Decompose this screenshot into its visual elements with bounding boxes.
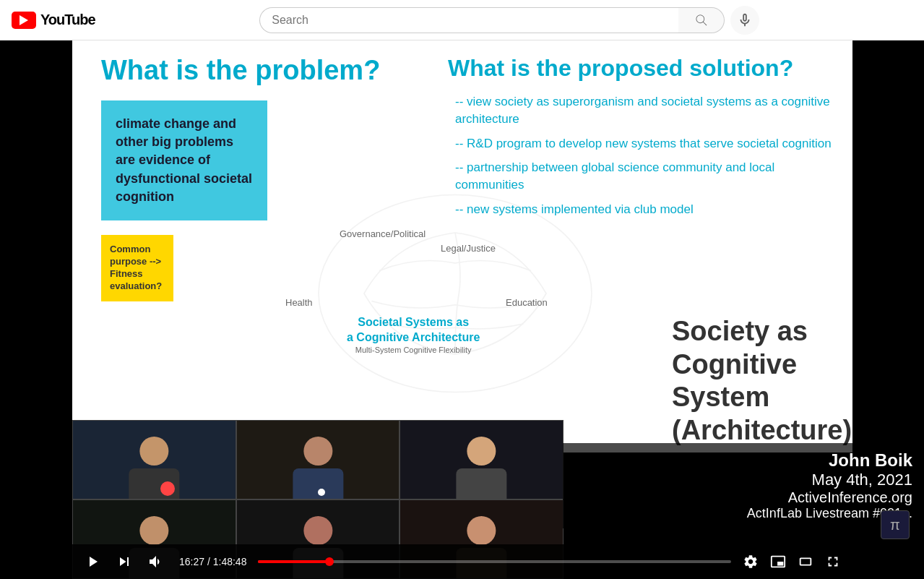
- settings-button[interactable]: [740, 551, 761, 572]
- solution-item-2: -- R&D program to develop new systems th…: [448, 135, 838, 153]
- video-wrapper: What is the problem? climate change and …: [0, 40, 924, 579]
- societal-systems-box: Societal Systems asa Cognitive Architect…: [347, 315, 480, 354]
- header: YouTube: [0, 0, 924, 40]
- stream-label: ActInfLab Livestream #021...: [574, 506, 912, 521]
- pi-symbol-overlay: π: [881, 510, 910, 539]
- website-url: ActiveInference.org: [574, 489, 912, 506]
- presenter-name: John Boik: [574, 450, 912, 471]
- slide-area: What is the problem? climate change and …: [72, 40, 852, 453]
- next-button[interactable]: [113, 550, 136, 573]
- webcam-row-top: [72, 420, 564, 499]
- brain-diagram: [303, 171, 607, 416]
- microphone-icon: [737, 12, 753, 28]
- legal-label: Legal/Justice: [441, 243, 496, 254]
- settings-icon: [743, 554, 759, 570]
- microphone-button[interactable]: [730, 6, 759, 35]
- societal-systems-title: Societal Systems asa Cognitive Architect…: [347, 315, 480, 346]
- youtube-icon: [12, 12, 36, 29]
- person-2: [237, 421, 400, 499]
- play-icon: [84, 553, 101, 570]
- search-button[interactable]: [678, 7, 725, 33]
- miniplayer-button[interactable]: [767, 551, 789, 572]
- skip-icon: [116, 553, 133, 570]
- yellow-box: Common purpose --> Fitness evaluation?: [101, 235, 173, 301]
- health-label: Health: [285, 297, 313, 308]
- webcam-cell-3: [400, 420, 564, 499]
- presentation-date: May 4th, 2021: [574, 471, 912, 489]
- record-indicator: [160, 481, 175, 496]
- time-display: 16:27 / 1:48:48: [179, 556, 246, 567]
- fullscreen-icon: [825, 554, 841, 570]
- youtube-logo[interactable]: YouTube: [12, 12, 95, 29]
- slide-content: What is the problem? climate change and …: [72, 40, 852, 453]
- right-controls: [740, 551, 844, 572]
- slide-right-title: What is the proposed solution?: [448, 55, 838, 82]
- logo-text: YouTube: [40, 12, 95, 28]
- search-container: [259, 6, 759, 35]
- webcam-cell-1: [72, 420, 236, 499]
- record-indicator-2: [318, 489, 325, 496]
- progress-dot: [325, 557, 334, 566]
- progress-bar[interactable]: [258, 560, 731, 563]
- info-overlay: John Boik May 4th, 2021 ActiveInference.…: [563, 443, 924, 528]
- volume-button[interactable]: [144, 550, 168, 573]
- play-triangle-icon: [20, 15, 28, 25]
- webcam-cell-2: [236, 420, 400, 499]
- cyan-box-text: climate change and other big problems ar…: [116, 116, 252, 204]
- slide-left-title: What is the problem?: [101, 55, 448, 86]
- education-label: Education: [506, 297, 548, 308]
- play-button[interactable]: [81, 550, 104, 573]
- theater-button[interactable]: [795, 551, 816, 572]
- svg-point-0: [319, 195, 592, 393]
- cyan-problem-box: climate change and other big problems ar…: [101, 100, 267, 220]
- miniplayer-icon: [770, 554, 786, 570]
- fullscreen-button[interactable]: [822, 551, 844, 572]
- person-3: [400, 421, 563, 499]
- societal-systems-sub: Multi-System Cognitive Flexibility: [347, 346, 480, 354]
- progress-fill: [258, 560, 329, 563]
- control-bar: 16:27 / 1:48:48: [72, 544, 852, 579]
- search-input[interactable]: [259, 7, 678, 33]
- society-as-text: Society as Cognitive System (Architectur…: [672, 315, 831, 447]
- volume-icon: [147, 553, 165, 570]
- governance-label: Governance/Political: [340, 228, 426, 239]
- person-1: [73, 421, 236, 499]
- theater-icon: [798, 554, 813, 570]
- solution-item-1: -- view society as superorganism and soc…: [448, 93, 838, 128]
- search-icon: [694, 13, 709, 27]
- left-sidebar-bg: [0, 40, 72, 579]
- yellow-box-text: Common purpose --> Fitness evaluation?: [110, 244, 162, 291]
